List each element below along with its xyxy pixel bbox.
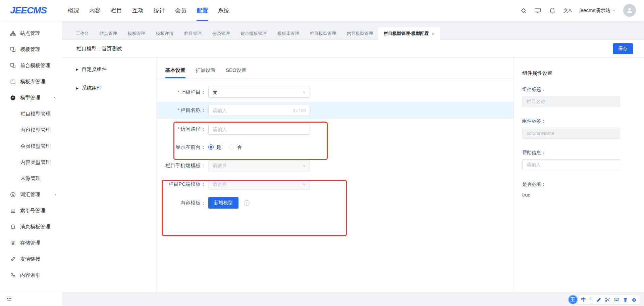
- field-column-name: *栏目名称： 0 / 100: [157, 105, 514, 116]
- tab-template-management[interactable]: 模板管理: [122, 27, 151, 40]
- sidebar-subitem-column-model[interactable]: 栏目模型管理: [0, 106, 62, 122]
- sidebar: 站点管理 模板管理 前台模板管理: [0, 21, 62, 306]
- tab-seo-settings[interactable]: SEO设置: [226, 67, 247, 78]
- sogou-ime-logo[interactable]: 王: [568, 295, 578, 304]
- tab-front-template-management[interactable]: 前台模板管理: [235, 27, 272, 40]
- save-button[interactable]: 保存: [613, 43, 633, 54]
- tab-workbench[interactable]: 工作台: [70, 27, 94, 40]
- tab-template-detail[interactable]: 模板详情: [151, 27, 179, 40]
- sidebar-item-message-template-management[interactable]: 消息模板管理: [0, 219, 62, 235]
- field-parent-column: *上级栏目： 无 ∨: [157, 87, 514, 98]
- ime-chinese-mode-icon[interactable]: 中: [581, 297, 586, 302]
- radio-dot: [208, 144, 214, 150]
- sidebar-item-site-management[interactable]: 站点管理: [0, 25, 62, 41]
- sidebar-item-label: 前台模板管理: [20, 62, 50, 69]
- brand-logo[interactable]: JEECMS: [10, 5, 61, 16]
- nav-overview[interactable]: 概况: [68, 0, 79, 21]
- sidebar-item-label: 站点管理: [20, 30, 40, 37]
- form-body: *上级栏目： 无 ∨ *栏目名称： 0 / 100: [157, 79, 514, 209]
- sidebar-item-friendly-links[interactable]: 友情链接: [0, 251, 62, 267]
- main-area: 工作台 站点管理 模板管理 模板详情 栏目管理 会员管理 前台模板管理 模板库管…: [62, 21, 644, 306]
- sidebar-item-index-number-management[interactable]: 123 索引号管理: [0, 203, 62, 219]
- group-label: 系统组件: [82, 85, 102, 91]
- avatar[interactable]: [623, 4, 636, 17]
- field-label: *上级栏目：: [157, 89, 206, 95]
- sidebar-subitem-content-type[interactable]: 内容类型管理: [0, 154, 62, 170]
- site-switcher[interactable]: jeecms演示站 ∨: [579, 7, 615, 14]
- char-counter: 0 / 100: [292, 108, 306, 113]
- group-system-components[interactable]: ▶ 系统组件: [62, 84, 156, 92]
- add-model-button[interactable]: 新增模型: [208, 197, 238, 209]
- ime-settings-gear-icon[interactable]: [632, 297, 637, 302]
- tab-site-management[interactable]: 站点管理: [94, 27, 122, 40]
- radio-dot: [229, 144, 234, 150]
- notification-bell-icon[interactable]: [549, 7, 555, 14]
- radio-yes[interactable]: 是: [208, 144, 221, 150]
- field-label: 显示在前台：: [157, 144, 206, 150]
- nav-column[interactable]: 栏目: [111, 0, 122, 21]
- ime-punctuation-icon[interactable]: °,: [590, 297, 593, 302]
- access-path-input-wrap: [208, 124, 310, 135]
- sidebar-item-storage-management[interactable]: 存储管理: [0, 235, 62, 251]
- sidebar-subitem-source-management[interactable]: 来源管理: [0, 170, 62, 186]
- sidebar-item-template-library-management[interactable]: 模板库管理: [0, 74, 62, 90]
- nav-statistics[interactable]: 统计: [154, 0, 165, 21]
- close-icon[interactable]: ×: [432, 31, 435, 37]
- sidebar-item-model-management[interactable]: 模型管理 ∧: [0, 90, 62, 106]
- tab-column-model-config[interactable]: 栏目模型管理-模型配置 ×: [378, 27, 440, 40]
- ime-keyboard-icon[interactable]: [614, 297, 619, 302]
- access-path-input[interactable]: [208, 124, 310, 135]
- select-placeholder: 请选择: [213, 181, 227, 187]
- tab-column-management[interactable]: 栏目管理: [179, 27, 207, 40]
- page-title: 栏目模型：首页测试: [76, 46, 122, 52]
- sidebar-footer: [0, 291, 62, 306]
- chevron-down-icon: ∨: [303, 90, 306, 94]
- nav-configuration[interactable]: 配置: [197, 0, 208, 21]
- tab-extended-settings[interactable]: 扩展设置: [196, 67, 216, 78]
- component-tag-input[interactable]: columnName: [522, 128, 620, 139]
- nav-content[interactable]: 内容: [89, 0, 101, 21]
- app-root: JEECMS 概况 内容 栏目 互动 统计 会员 配置 系统: [0, 0, 644, 306]
- sidebar-item-label: 索引号管理: [20, 208, 45, 214]
- parent-column-select[interactable]: 无 ∨: [208, 87, 310, 98]
- tab-template-library-management[interactable]: 模板库管理: [272, 27, 305, 40]
- required-marker: *: [177, 126, 179, 132]
- prop-field-component-title: 组件标题： 栏目名称: [522, 87, 631, 107]
- prop-field-component-tag: 组件标签： columnName: [522, 118, 631, 139]
- tab-member-management[interactable]: 会员管理: [207, 27, 235, 40]
- ime-handwriting-icon[interactable]: [596, 297, 601, 302]
- form-tabs: 基本设置 扩展设置 SEO设置: [157, 58, 514, 79]
- radio-label: 是: [216, 144, 221, 150]
- sidebar-item-content-index[interactable]: 内容索引: [0, 267, 62, 283]
- sidebar-item-front-template-management[interactable]: 前台模板管理: [0, 57, 62, 74]
- field-show-in-front: 显示在前台： 是 否: [157, 142, 514, 152]
- sidebar-item-vocabulary-management[interactable]: 词汇管理 ›: [0, 186, 62, 203]
- info-icon[interactable]: i: [244, 200, 250, 206]
- clean-cache-icon[interactable]: [520, 7, 527, 14]
- monitor-icon[interactable]: [534, 7, 541, 14]
- component-tree-panel: ▶ 自定义组件 ▶ 系统组件: [62, 58, 156, 292]
- help-info-input[interactable]: 请输入: [522, 159, 620, 170]
- translate-icon[interactable]: 文A: [563, 7, 572, 14]
- group-label: 自定义组件: [82, 66, 107, 73]
- radio-no[interactable]: 否: [229, 144, 242, 150]
- nav-system[interactable]: 系统: [218, 0, 229, 21]
- chevron-down-icon: ∨: [303, 182, 306, 186]
- mobile-template-select[interactable]: 请选择 ∨: [208, 160, 310, 171]
- group-custom-components[interactable]: ▶ 自定义组件: [62, 65, 156, 74]
- nav-interaction[interactable]: 互动: [132, 0, 144, 21]
- collapse-sidebar-icon[interactable]: [6, 295, 13, 302]
- field-label: 栏目手机端模板：: [157, 163, 206, 169]
- pc-template-select[interactable]: 请选择 ∨: [208, 179, 310, 190]
- sidebar-subitem-content-model[interactable]: 内容模型管理: [0, 122, 62, 138]
- tab-content-model-management[interactable]: 内容模型管理: [341, 27, 378, 40]
- ime-skin-shirt-icon[interactable]: [623, 297, 628, 302]
- tab-basic-settings[interactable]: 基本设置: [165, 67, 185, 78]
- component-title-input[interactable]: 栏目名称: [522, 96, 620, 107]
- nav-member[interactable]: 会员: [175, 0, 186, 21]
- chevron-down-icon: ∨: [303, 164, 306, 168]
- sidebar-item-template-management[interactable]: 模板管理: [0, 41, 62, 57]
- tab-column-model-management[interactable]: 栏目模型管理: [305, 27, 341, 40]
- sidebar-subitem-member-model[interactable]: 会员模型管理: [0, 138, 62, 154]
- ime-screenshot-scissors-icon[interactable]: [605, 297, 610, 302]
